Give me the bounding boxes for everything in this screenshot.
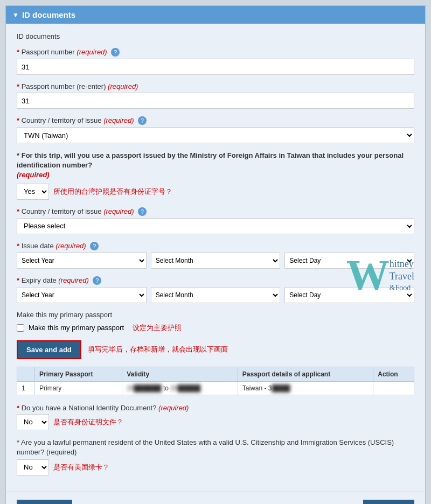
section-header-title: ID documents [22, 10, 75, 19]
country-issue-select[interactable]: TWN (Taiwan) [17, 127, 414, 143]
country-issue2-select[interactable]: Please select [17, 218, 414, 234]
passport-number-group: * Passport number (required) ? [17, 48, 414, 75]
table-cell-action [373, 381, 414, 395]
passport-number-label: * Passport number (required) ? [17, 48, 414, 57]
table-cell-details: Taiwan - 3████ [238, 381, 373, 395]
country-issue2-group: * Country / territory of issue (required… [17, 207, 414, 234]
table-row: 1 Primary 20██████ to 20█████ Taiwan - 3… [17, 381, 414, 395]
save-add-desc: 填写完毕后，存档和新增，就会出现以下画面 [88, 345, 228, 354]
save-add-section: Save and add 填写完毕后，存档和新增，就会出现以下画面 [17, 340, 414, 359]
expiry-day-select[interactable]: Select Day [284, 287, 414, 303]
passport-reenter-label: * Passport number (re-enter) (required) [17, 82, 414, 90]
section-title: ID documents [17, 32, 414, 40]
issue-month-select[interactable]: Select Month [151, 253, 281, 269]
uscis-group: * Are you a lawful permanent resident of… [17, 438, 414, 475]
country-issue2-label: * Country / territory of issue (required… [17, 207, 414, 216]
table-cell-num: 1 [17, 381, 35, 395]
country-issue-group: * Country / territory of issue (required… [17, 116, 414, 143]
table-cell-primary: Primary [35, 381, 122, 395]
footer-nav: ← Previous Next 9 → [6, 492, 425, 504]
taiwan-question-select[interactable]: Yes No [17, 184, 49, 200]
previous-button[interactable]: ← Previous [17, 500, 72, 504]
national-id-label: * Do you have a National Identity Docume… [17, 404, 414, 412]
expiry-date-help-icon[interactable]: ? [93, 276, 101, 285]
table-col-primary: Primary Passport [35, 367, 122, 381]
issue-date-group: * Issue date (required) ? Select Year Se… [17, 242, 414, 269]
passport-table: Primary Passport Validity Passport detai… [17, 367, 414, 395]
expiry-date-row: Select Year Select Month Select Day [17, 287, 414, 303]
table-col-details: Passport details of applicant [238, 367, 373, 381]
issue-date-help-icon[interactable]: ? [90, 242, 99, 250]
country-issue-help-icon[interactable]: ? [138, 116, 147, 125]
national-id-chinese: 是否有身份证明文件？ [53, 417, 123, 427]
section-body: ID documents * Passport number (required… [6, 24, 425, 492]
expiry-date-group: * Expiry date (required) ? Select Year S… [17, 276, 414, 303]
expiry-year-select[interactable]: Select Year [17, 287, 147, 303]
issue-date-label: * Issue date (required) ? [17, 242, 414, 250]
primary-passport-info: Make this my primary passport [17, 311, 414, 319]
table-col-num [17, 367, 35, 381]
checkbox-chinese: 设定为主要护照 [133, 323, 182, 333]
table-col-validity: Validity [122, 367, 238, 381]
collapse-icon[interactable]: ▼ [12, 11, 19, 19]
taiwan-question-group: * For this trip, will you use a passport… [17, 151, 414, 200]
save-add-button[interactable]: Save and add [17, 340, 81, 359]
passport-number-input[interactable] [17, 59, 414, 75]
passport-number-help-icon[interactable]: ? [111, 48, 120, 57]
expiry-date-label: * Expiry date (required) ? [17, 276, 414, 285]
checkbox-label: Make this my primary passport [29, 324, 124, 332]
uscis-chinese: 是否有美国绿卡？ [53, 463, 109, 472]
next-button[interactable]: Next 9 → [363, 500, 414, 504]
checkbox-row: Make this my primary passport 设定为主要护照 [17, 323, 414, 333]
national-id-select[interactable]: No Yes [17, 414, 49, 430]
table-col-action: Action [373, 367, 414, 381]
country-issue-label: * Country / territory of issue (required… [17, 116, 414, 125]
expiry-month-select[interactable]: Select Month [151, 287, 281, 303]
issue-year-select[interactable]: Select Year [17, 253, 147, 269]
table-cell-validity: 20██████ to 20█████ [122, 381, 238, 395]
uscis-select[interactable]: No Yes [17, 459, 49, 475]
passport-reenter-group: * Passport number (re-enter) (required) [17, 82, 414, 109]
section-header: ▼ ID documents [6, 6, 425, 24]
primary-passport-checkbox[interactable] [17, 324, 24, 332]
national-id-group: * Do you have a National Identity Docume… [17, 404, 414, 430]
issue-day-select[interactable]: Select Day [284, 253, 414, 269]
passport-reenter-input[interactable] [17, 93, 414, 109]
taiwan-question-label: * For this trip, will you use a passport… [17, 151, 414, 180]
issue-date-row: Select Year Select Month Select Day [17, 253, 414, 269]
taiwan-chinese-note: 所使用的台湾护照是否有身份证字号？ [53, 187, 172, 197]
uscis-label: * Are you a lawful permanent resident of… [17, 438, 414, 457]
country-issue2-help-icon[interactable]: ? [138, 207, 147, 216]
